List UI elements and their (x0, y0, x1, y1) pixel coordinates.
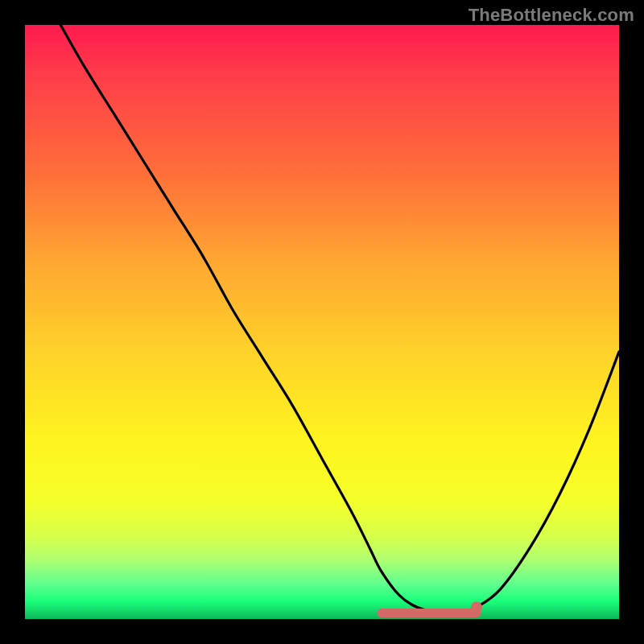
watermark-label: TheBottleneck.com (469, 5, 634, 26)
curve-svg (25, 25, 619, 619)
chart-frame: TheBottleneck.com (0, 0, 644, 644)
optimal-marker-icon (471, 601, 482, 613)
plot-area (25, 25, 619, 619)
bottleneck-curve (60, 25, 619, 614)
